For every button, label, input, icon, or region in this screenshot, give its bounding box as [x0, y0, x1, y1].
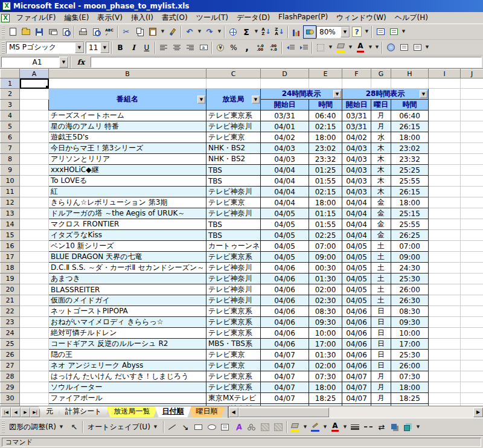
cell-station-26[interactable]: テレビ東京 — [206, 350, 261, 360]
cell[interactable] — [206, 78, 261, 89]
menu-3[interactable]: 表示(V) — [93, 11, 127, 24]
cell[interactable] — [391, 78, 429, 89]
paste-button[interactable] — [146, 25, 159, 39]
cell[interactable] — [20, 263, 49, 274]
cell-time24-17[interactable]: 09:00 — [309, 252, 342, 263]
align-right-button[interactable] — [184, 41, 197, 54]
comma-style-button[interactable]: , — [240, 41, 254, 54]
formula-input[interactable] — [91, 57, 482, 68]
cell-program-31[interactable]: S・A ～スペシャル・エー～ — [49, 404, 206, 406]
cell[interactable] — [20, 328, 49, 339]
cell[interactable] — [429, 187, 461, 197]
cell[interactable] — [461, 328, 483, 339]
cell[interactable] — [20, 187, 49, 197]
cell[interactable] — [20, 241, 49, 252]
cell[interactable] — [20, 317, 49, 328]
cell-time28-10[interactable]: 25:55 — [391, 176, 429, 187]
borders-button[interactable] — [314, 41, 327, 54]
column-header-D[interactable]: D — [261, 69, 309, 78]
scroll-left-button[interactable]: ◀ — [229, 408, 238, 417]
textbox-tool-button[interactable] — [219, 420, 232, 434]
cell-station-10[interactable]: TBS — [206, 176, 261, 187]
cell[interactable] — [429, 100, 461, 110]
header-start-date-24[interactable]: 開始日 — [261, 100, 309, 110]
cell[interactable] — [461, 252, 483, 263]
name-box-dropdown[interactable]: ▼ — [59, 57, 68, 68]
draw-adjust-button[interactable]: 図形の調整(R)▼ — [6, 420, 68, 434]
oval-tool-button[interactable] — [205, 420, 219, 434]
cell-date28-4[interactable]: 03/31 — [342, 110, 371, 121]
cell[interactable] — [429, 78, 461, 89]
open-button[interactable] — [19, 25, 33, 39]
cell-time24-21[interactable]: 02:30 — [309, 295, 342, 306]
cell-time24-9[interactable]: 01:25 — [309, 165, 342, 176]
line-tool-button[interactable] — [165, 420, 179, 434]
cell[interactable] — [20, 350, 49, 360]
sheet-tab-日付順[interactable]: 日付順 — [155, 406, 191, 417]
dash-style-button[interactable] — [362, 420, 375, 434]
column-header-H[interactable]: H — [391, 69, 429, 78]
cell-date28-27[interactable]: 04/06 — [342, 360, 371, 371]
cell-date28-24[interactable]: 04/06 — [342, 328, 371, 339]
cell[interactable] — [429, 263, 461, 274]
cell-station-14[interactable]: TBS — [206, 219, 261, 230]
spelling-button[interactable]: ABC✓ — [103, 25, 116, 39]
cell[interactable] — [461, 78, 483, 89]
cell-time28-14[interactable]: 25:55 — [391, 219, 429, 230]
cell-program-19[interactable]: あまつき — [49, 274, 206, 284]
filter-dropdown-station[interactable]: ▼ — [252, 95, 260, 103]
row-header-11[interactable]: 11 — [1, 187, 20, 197]
column-header-J[interactable]: J — [461, 69, 483, 78]
cell[interactable] — [429, 121, 461, 132]
cell-weekday-12[interactable]: 金 — [371, 197, 391, 208]
toolbar-options-2[interactable]: ▼ — [400, 30, 407, 34]
cell-weekday-4[interactable]: 月 — [371, 110, 391, 121]
cell[interactable] — [20, 393, 49, 404]
cell-station-24[interactable]: テレビ東京系 — [206, 328, 261, 339]
cell-program-22[interactable]: ネットゴーストPIPOPA — [49, 306, 206, 317]
print-button[interactable] — [76, 25, 89, 39]
cell-date28-20[interactable]: 04/05 — [342, 284, 371, 295]
cell[interactable] — [461, 350, 483, 360]
cell-date28-12[interactable]: 04/04 — [342, 197, 371, 208]
cell[interactable] — [461, 404, 483, 406]
clipart-button[interactable] — [258, 420, 272, 434]
draw-line-color-dropdown[interactable]: ▼ — [322, 425, 328, 429]
cell-program-12[interactable]: きらりん☆レボリューション 第3期 — [49, 197, 206, 208]
cell-date24-6[interactable]: 04/02 — [261, 132, 309, 143]
cell-time24-10[interactable]: 01:55 — [309, 176, 342, 187]
cell[interactable] — [342, 78, 371, 89]
decrease-indent-button[interactable] — [284, 41, 297, 54]
cell-date24-20[interactable]: 04/06 — [261, 284, 309, 295]
increase-indent-button[interactable] — [297, 41, 310, 54]
cell[interactable] — [20, 121, 49, 132]
header-24h-group[interactable]: 24時間表示▼ — [261, 89, 342, 100]
cell-program-4[interactable]: チーズスイートホーム — [49, 110, 206, 121]
menu-6[interactable]: ツール(T) — [192, 11, 232, 24]
addin-button-4[interactable] — [397, 41, 411, 54]
font-size-combobox[interactable]: 11 ▼ — [86, 42, 110, 54]
cell-weekday-29[interactable]: 月 — [371, 382, 391, 393]
cell[interactable] — [20, 110, 49, 121]
header-28h-group[interactable]: 28時間表示▼ — [342, 89, 429, 100]
decrease-decimal-button[interactable]: .00+.0 — [267, 41, 280, 54]
search-button[interactable] — [59, 25, 72, 39]
cell-date24-15[interactable]: 04/05 — [261, 230, 309, 241]
cell-date28-26[interactable]: 04/06 — [342, 350, 371, 360]
cell-time24-28[interactable]: 07:30 — [309, 371, 342, 382]
addin-button-3[interactable] — [384, 41, 397, 54]
cell[interactable] — [461, 176, 483, 187]
cell[interactable] — [461, 187, 483, 197]
mail-button[interactable] — [46, 25, 59, 39]
cell[interactable] — [461, 197, 483, 208]
column-header-B[interactable]: B — [49, 69, 206, 78]
cell-date28-19[interactable]: 04/05 — [342, 274, 371, 284]
autoshapes-button[interactable]: オートシェイプ(U)▼ — [85, 420, 162, 434]
cell-time24-31[interactable]: 23:00 — [309, 404, 342, 406]
cell-station-18[interactable]: テレビ神奈川 — [206, 263, 261, 274]
cell-station-8[interactable]: NHK・BS2 — [206, 154, 261, 165]
cell-date24-11[interactable]: 04/04 — [261, 187, 309, 197]
cell[interactable] — [461, 230, 483, 241]
cell-time28-25[interactable]: 17:00 — [391, 339, 429, 350]
cell-weekday-28[interactable]: 月 — [371, 371, 391, 382]
